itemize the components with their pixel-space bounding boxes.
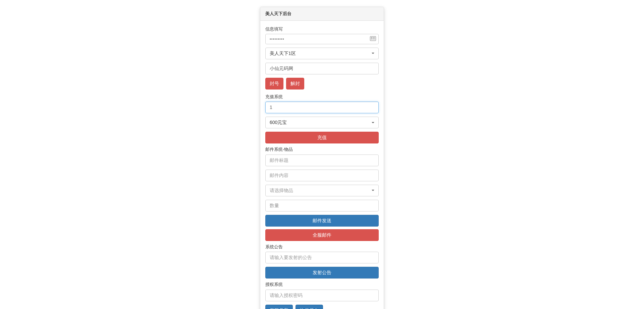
- panel-title: 美人天下后台: [260, 7, 384, 21]
- item-backend-button[interactable]: 物品后台: [296, 305, 323, 309]
- all-server-mail-button[interactable]: 全服邮件: [265, 229, 379, 241]
- account-input[interactable]: [265, 63, 379, 74]
- announce-section-label: 系统公告: [265, 244, 379, 250]
- mail-content-input[interactable]: [265, 170, 379, 181]
- send-announce-button[interactable]: 发射公告: [265, 267, 379, 279]
- password-input[interactable]: [265, 34, 379, 44]
- mail-item-select[interactable]: 请选择物品: [265, 185, 379, 196]
- recharge-amount-input[interactable]: [265, 102, 379, 113]
- panel-body: 信息填写 美人天下1区 封号 解封 充值系统 600元宝 充值 邮件系统-物品 …: [260, 21, 384, 309]
- recharge-package-select[interactable]: 600元宝: [265, 117, 379, 128]
- keyboard-icon: [370, 36, 376, 41]
- auth-section-label: 授权系统: [265, 281, 379, 288]
- mail-section-label: 邮件系统-物品: [265, 146, 379, 153]
- send-mail-button[interactable]: 邮件发送: [265, 215, 379, 227]
- mail-title-input[interactable]: [265, 154, 379, 166]
- recharge-section-label: 充值系统: [265, 94, 379, 100]
- auth-password-input[interactable]: [265, 290, 379, 301]
- admin-panel: 美人天下后台 信息填写 美人天下1区 封号 解封 充值系统 600元宝 充值 邮…: [260, 7, 384, 309]
- announce-input[interactable]: [265, 252, 379, 263]
- recharge-button[interactable]: 充值: [265, 132, 379, 143]
- unlimited-gold-button[interactable]: 无限元宝: [265, 305, 293, 309]
- ban-button[interactable]: 封号: [265, 78, 283, 89]
- mail-quantity-input[interactable]: [265, 200, 379, 211]
- unban-button[interactable]: 解封: [286, 78, 304, 89]
- info-section-label: 信息填写: [265, 26, 379, 33]
- server-select[interactable]: 美人天下1区: [265, 48, 379, 59]
